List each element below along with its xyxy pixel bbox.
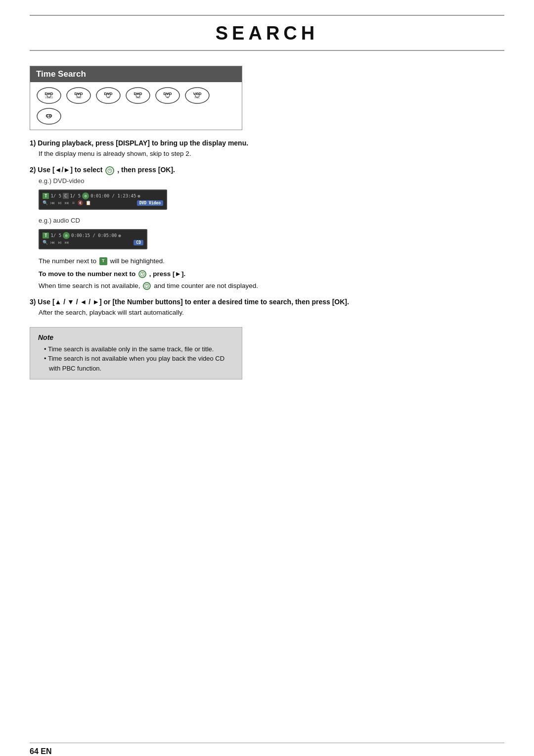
- note-item-1: Time search is available only in the sam…: [44, 344, 234, 354]
- screen-t-badge-cd: T: [43, 233, 49, 238]
- svg-line-35: [147, 286, 148, 286]
- eg-dvd-label: e.g.) DVD-video: [39, 177, 504, 185]
- screen-cd-badge: CD: [134, 240, 143, 245]
- step-1: 1) During playback, press [DISPLAY] to b…: [30, 139, 504, 159]
- svg-text:DVD: DVD: [75, 92, 83, 96]
- dvd-screen-row1: T 1/ 5 C 1/ 5 ⊙ 0:01:00 / 1:23:45 ●: [43, 192, 163, 199]
- footer-page-number: 64 EN: [30, 747, 51, 756]
- svg-text:-R: -R: [166, 96, 169, 99]
- step-3-title: 3) Use [▲ / ▼ / ◄ / ►] or [the Number bu…: [30, 298, 504, 306]
- move-bold2: , press [►].: [149, 270, 185, 278]
- note-box: Note Time search is available only in th…: [30, 327, 242, 380]
- dvd-plusr-icon: DVD +R: [95, 87, 121, 104]
- svg-text:PBC: PBC: [195, 96, 200, 99]
- svg-line-32: [142, 274, 143, 275]
- svg-text:DVD: DVD: [45, 92, 53, 96]
- note-item-2: Time search is not available when you pl…: [44, 354, 234, 373]
- page-title: SEARCH: [30, 23, 504, 44]
- screen-c-val: 1/ 5: [70, 193, 81, 198]
- screen-clock-cd: ⊙: [63, 232, 70, 239]
- clock-icon: [105, 166, 114, 175]
- format-icons: DVD VIDEO DVD +RW: [30, 82, 242, 130]
- cd-icon: CD: [36, 108, 62, 125]
- svg-text:+RW: +RW: [76, 96, 81, 99]
- screen-time-dvd: 0:01:00 / 1:23:45: [90, 193, 136, 198]
- step-2-title-text: 2) Use [◄/►] to select: [30, 166, 103, 174]
- screen-arrow-cd: ●: [118, 233, 121, 238]
- svg-text:CD: CD: [46, 113, 52, 118]
- screen-t-badge: T: [43, 193, 49, 199]
- dvd-minusrw-badge: DVD -RW: [125, 87, 151, 104]
- svg-text:+R: +R: [107, 96, 110, 99]
- screen-icons-dvd: 🔍 ⏮ ⏯ ⏭ ≡ 🔇 📋: [43, 200, 91, 205]
- move-note: To move to the number next to , press [►…: [39, 269, 495, 279]
- clock-icon-move: [138, 270, 146, 278]
- dvd-minusrw-icon: DVD -RW: [125, 87, 151, 104]
- svg-text:DVD: DVD: [164, 92, 172, 96]
- svg-text:-RW: -RW: [135, 96, 140, 99]
- time-search-title: Time Search: [30, 66, 242, 82]
- clock-icon-note: [143, 282, 151, 290]
- screen-arrow-dvd: ●: [137, 193, 140, 198]
- step-3: 3) Use [▲ / ▼ / ◄ / ►] or [the Number bu…: [30, 298, 504, 318]
- page-footer: 64 EN: [30, 743, 504, 756]
- not-available-text1: When time search is not available,: [39, 282, 140, 289]
- vcd-icon: VCD PBC: [184, 87, 210, 104]
- time-search-box: Time Search DVD VIDEO DVD: [30, 66, 242, 130]
- cd-screen-row1: T 1/ 5 ⊙ 0:00:15 / 0:05:00 ●: [43, 232, 143, 239]
- t-icon-inline: T: [99, 257, 107, 265]
- move-bold1: To move to the number next to: [39, 270, 135, 278]
- screen-t-val-cd: 1/ 5: [50, 233, 61, 238]
- content-area: Time Search DVD VIDEO DVD: [0, 66, 534, 379]
- screen-t-val: 1/ 5: [50, 193, 61, 198]
- dvd-plusrw-badge: DVD +RW: [66, 87, 91, 104]
- page-header: SEARCH: [30, 15, 504, 51]
- cd-format-row: CD: [35, 107, 237, 126]
- cd-badge: CD: [36, 108, 62, 125]
- dvd-plusr-badge: DVD +R: [95, 87, 121, 104]
- dvd-video-icon: DVD VIDEO: [36, 87, 62, 104]
- dvd-minusr-badge: DVD -R: [155, 87, 180, 104]
- screen-clock-dvd: ⊙: [82, 192, 89, 199]
- t-note: The number next to T will be highlighted…: [39, 256, 495, 266]
- step-1-title: 1) During playback, press [DISPLAY] to b…: [30, 139, 504, 147]
- cd-screen-mockup: T 1/ 5 ⊙ 0:00:15 / 0:05:00 ● 🔍 ⏮ ⏯ ⏭ CD: [39, 229, 147, 249]
- svg-text:VCD: VCD: [193, 92, 202, 96]
- dvd-screen-row2: 🔍 ⏮ ⏯ ⏭ ≡ 🔇 📋 DVD Video: [43, 200, 163, 206]
- eg-cd-label: e.g.) audio CD: [39, 217, 504, 224]
- step-1-body: If the display menu is already shown, sk…: [39, 149, 504, 159]
- svg-line-29: [110, 171, 111, 171]
- note-title: Note: [38, 333, 234, 341]
- step-2-title-suffix: , then press [OK].: [117, 166, 175, 174]
- t-note-text2: will be highlighted.: [110, 257, 165, 265]
- screen-dvd-badge: DVD Video: [137, 200, 163, 206]
- not-available-text2: and time counter are not displayed.: [154, 282, 258, 289]
- cd-screen-row2: 🔍 ⏮ ⏯ ⏭ CD: [43, 240, 143, 245]
- page-container: SEARCH Time Search DVD VIDEO: [0, 15, 534, 756]
- step-2-title: 2) Use [◄/►] to select , then press [OK]…: [30, 166, 504, 175]
- t-note-text1: The number next to: [39, 257, 96, 265]
- dvd-video-badge: DVD VIDEO: [36, 87, 62, 104]
- vcd-badge: VCD PBC: [184, 87, 210, 104]
- dvd-screen-mockup: T 1/ 5 C 1/ 5 ⊙ 0:01:00 / 1:23:45 ● 🔍 ⏮ …: [39, 189, 167, 210]
- screen-icons-cd: 🔍 ⏮ ⏯ ⏭: [43, 240, 69, 245]
- not-available-note: When time search is not available, and t…: [39, 281, 495, 291]
- step-3-body: After the search, playback will start au…: [39, 308, 504, 318]
- dvd-minusr-icon: DVD -R: [155, 87, 180, 104]
- screen-time-cd: 0:00:15 / 0:05:00: [71, 233, 117, 238]
- svg-text:DVD: DVD: [104, 92, 113, 96]
- step-2: 2) Use [◄/►] to select , then press [OK]…: [30, 166, 504, 291]
- svg-text:VIDEO: VIDEO: [45, 96, 53, 99]
- screen-c-badge: C: [63, 193, 68, 199]
- svg-text:DVD: DVD: [134, 92, 142, 96]
- dvd-plusrw-icon: DVD +RW: [66, 87, 91, 104]
